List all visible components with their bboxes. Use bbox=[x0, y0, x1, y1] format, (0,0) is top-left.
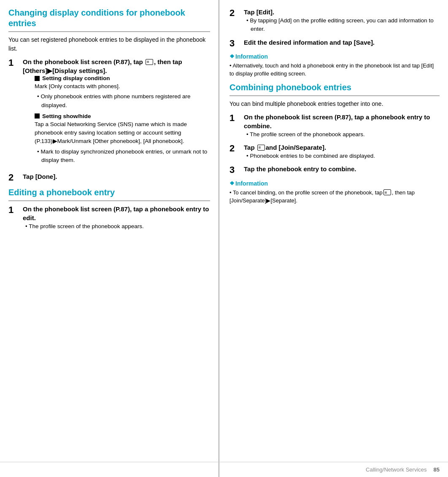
step-2-s3-suffix: and [Join/Separate]. bbox=[266, 144, 326, 151]
section3-divider bbox=[229, 95, 440, 96]
step-1-left: 1 On the phonebook list screen (P.87), t… bbox=[8, 57, 210, 168]
menu-icon-2 bbox=[257, 145, 265, 151]
subsection-show-hide: Setting show/hide Tap a Social Networkin… bbox=[35, 113, 210, 164]
menu-icon-3 bbox=[383, 189, 391, 195]
step-2-right-content: Tap [Edit]. By tapping [Add] on the prof… bbox=[244, 8, 440, 34]
info-2-title: Information bbox=[229, 180, 440, 187]
step-3-right-number: 3 bbox=[229, 38, 241, 49]
step-1-number: 1 bbox=[8, 57, 20, 68]
info-1-body: • Alternatively, touch and hold a phoneb… bbox=[229, 62, 440, 78]
step-2-section3-number: 2 bbox=[229, 143, 241, 154]
step-2-right: 2 Tap [Edit]. By tapping [Add] on the pr… bbox=[229, 8, 440, 34]
subsection-show-hide-label: Setting show/hide bbox=[35, 113, 210, 119]
step-2-right-bullet: By tapping [Add] on the profile editing … bbox=[246, 16, 440, 34]
subsection-display-label: Setting display condition bbox=[35, 75, 210, 81]
step-2-left-title: Tap [Done]. bbox=[23, 172, 210, 181]
info-2-body: • To cancel binding, on the profile scre… bbox=[229, 189, 440, 205]
footer: Calling/Network Services 85 bbox=[0, 462, 448, 477]
step-1-section2-number: 1 bbox=[8, 205, 20, 216]
step-1-section2-content: On the phonebook list screen (P.87), tap… bbox=[23, 205, 210, 231]
step-1-section3: 1 On the phonebook list screen (P.87), t… bbox=[229, 113, 440, 139]
info-block-2: Information • To cancel binding, on the … bbox=[229, 180, 440, 205]
step-2-left: 2 Tap [Done]. bbox=[8, 172, 210, 183]
step-3-right-title: Edit the desired information and tap [Sa… bbox=[244, 38, 440, 47]
section1-title: Changing display conditions for phoneboo… bbox=[8, 8, 210, 29]
step-3-section3-number: 3 bbox=[229, 164, 241, 175]
step-2-section3-title: Tap and [Join/Separate]. bbox=[244, 143, 440, 152]
menu-icon-1 bbox=[146, 59, 153, 65]
step-1-title-text: On the phonebook list screen (P.87), tap bbox=[23, 58, 145, 65]
step-1-section2-title: On the phonebook list screen (P.87), tap… bbox=[23, 205, 210, 222]
step-2-left-number: 2 bbox=[8, 172, 20, 183]
step-1-section3-number: 1 bbox=[229, 113, 241, 124]
step-3-section3-content: Tap the phonebook entry to combine. bbox=[244, 164, 440, 173]
square-icon-2 bbox=[35, 113, 40, 119]
subsection-display-bullet: Only phonebook entries with phone number… bbox=[36, 92, 210, 110]
section3-intro: You can bind multiple phonebook entries … bbox=[229, 100, 440, 108]
right-column: 2 Tap [Edit]. By tapping [Add] on the pr… bbox=[219, 0, 448, 477]
section2-divider bbox=[8, 200, 210, 201]
step-1-section2-bullet: The profile screen of the phonebook appe… bbox=[24, 222, 210, 231]
section2-title: Editing a phonebook entry bbox=[8, 187, 210, 198]
step-3-section3-title: Tap the phonebook entry to combine. bbox=[244, 164, 440, 173]
step-1-section3-bullet: The profile screen of the phonebook appe… bbox=[246, 130, 440, 139]
info-1-title: Information bbox=[229, 53, 440, 60]
subsection-show-hide-bullet: Mark to display synchronized phonebook e… bbox=[36, 148, 210, 165]
step-2-right-title: Tap [Edit]. bbox=[244, 8, 440, 16]
step-2-section3-content: Tap and [Join/Separate]. Phonebook entri… bbox=[244, 143, 440, 160]
page: Changing display conditions for phoneboo… bbox=[0, 0, 448, 477]
info-2-bullet-prefix: • bbox=[229, 189, 233, 196]
step-2-s3-text: Tap bbox=[244, 144, 256, 151]
page-number: 85 bbox=[434, 466, 440, 473]
section1-divider bbox=[8, 31, 210, 32]
section1-intro: You can set registered phonebook entries… bbox=[8, 35, 210, 53]
step-1-section3-content: On the phonebook list screen (P.87), tap… bbox=[244, 113, 440, 139]
subsection-display-body: Mark [Only contacts with phones]. bbox=[35, 82, 210, 91]
step-1-content: On the phonebook list screen (P.87), tap… bbox=[23, 57, 210, 168]
footer-label: Calling/Network Services bbox=[366, 466, 427, 473]
left-column: Changing display conditions for phoneboo… bbox=[0, 0, 219, 477]
info-block-1: Information • Alternatively, touch and h… bbox=[229, 53, 440, 78]
step-3-section3: 3 Tap the phonebook entry to combine. bbox=[229, 164, 440, 175]
subsection-show-hide-body: Tap a Social Networking Service (SNS) na… bbox=[35, 120, 210, 146]
step-2-section3: 2 Tap and [Join/Separate]. Phonebook ent… bbox=[229, 143, 440, 160]
subsection-display-condition: Setting display condition Mark [Only con… bbox=[35, 75, 210, 110]
step-3-right-content: Edit the desired information and tap [Sa… bbox=[244, 38, 440, 47]
step-1-section2: 1 On the phonebook list screen (P.87), t… bbox=[8, 205, 210, 231]
step-2-left-content: Tap [Done]. bbox=[23, 172, 210, 181]
step-2-section3-bullet: Phonebook entries to be combined are dis… bbox=[246, 152, 440, 160]
step-3-right: 3 Edit the desired information and tap [… bbox=[229, 38, 440, 49]
step-1-title: On the phonebook list screen (P.87), tap… bbox=[23, 57, 210, 75]
step-1-section3-title: On the phonebook list screen (P.87), tap… bbox=[244, 113, 440, 130]
section3-title: Combining phonebook entries bbox=[229, 82, 440, 93]
square-icon-1 bbox=[35, 76, 40, 81]
step-2-right-number: 2 bbox=[229, 8, 241, 19]
